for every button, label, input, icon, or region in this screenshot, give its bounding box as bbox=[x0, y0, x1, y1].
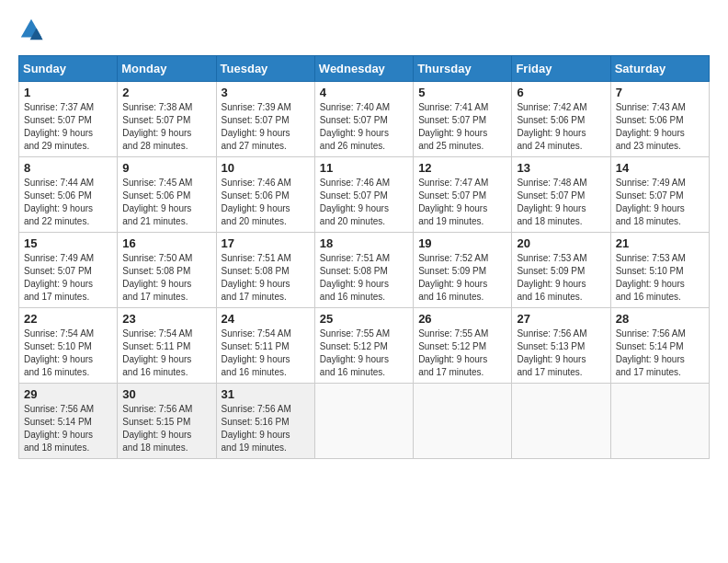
day-number: 5 bbox=[418, 86, 506, 99]
weekday-header-wednesday: Wednesday bbox=[314, 56, 413, 82]
day-number: 4 bbox=[320, 86, 408, 99]
header bbox=[18, 17, 710, 42]
week-row-5: 29Sunrise: 7:56 AM Sunset: 5:14 PM Dayli… bbox=[19, 384, 710, 459]
calendar-cell: 24Sunrise: 7:54 AM Sunset: 5:11 PM Dayli… bbox=[216, 308, 314, 384]
day-info: Sunrise: 7:56 AM Sunset: 5:14 PM Dayligh… bbox=[616, 327, 704, 379]
day-info: Sunrise: 7:56 AM Sunset: 5:13 PM Dayligh… bbox=[517, 327, 605, 379]
day-number: 29 bbox=[24, 387, 112, 401]
day-number: 23 bbox=[122, 312, 210, 326]
day-number: 31 bbox=[222, 387, 310, 401]
day-number: 8 bbox=[24, 161, 112, 175]
day-info: Sunrise: 7:38 AM Sunset: 5:07 PM Dayligh… bbox=[122, 101, 210, 153]
weekday-header-row: SundayMondayTuesdayWednesdayThursdayFrid… bbox=[19, 56, 710, 82]
day-number: 30 bbox=[122, 387, 210, 401]
day-info: Sunrise: 7:41 AM Sunset: 5:07 PM Dayligh… bbox=[418, 101, 506, 153]
day-info: Sunrise: 7:47 AM Sunset: 5:07 PM Dayligh… bbox=[418, 177, 506, 228]
calendar-cell: 5Sunrise: 7:41 AM Sunset: 5:07 PM Daylig… bbox=[414, 82, 512, 157]
day-info: Sunrise: 7:49 AM Sunset: 5:07 PM Dayligh… bbox=[24, 252, 112, 304]
calendar-cell: 29Sunrise: 7:56 AM Sunset: 5:14 PM Dayli… bbox=[19, 384, 118, 459]
day-info: Sunrise: 7:54 AM Sunset: 5:10 PM Dayligh… bbox=[24, 327, 112, 379]
day-info: Sunrise: 7:55 AM Sunset: 5:12 PM Dayligh… bbox=[418, 327, 506, 379]
weekday-header-tuesday: Tuesday bbox=[216, 56, 314, 82]
day-info: Sunrise: 7:44 AM Sunset: 5:06 PM Dayligh… bbox=[24, 177, 112, 228]
day-number: 20 bbox=[517, 236, 605, 250]
day-info: Sunrise: 7:56 AM Sunset: 5:16 PM Dayligh… bbox=[222, 403, 310, 454]
week-row-4: 22Sunrise: 7:54 AM Sunset: 5:10 PM Dayli… bbox=[19, 308, 710, 384]
day-number: 9 bbox=[122, 161, 210, 175]
calendar-table: SundayMondayTuesdayWednesdayThursdayFrid… bbox=[18, 55, 710, 459]
day-info: Sunrise: 7:56 AM Sunset: 5:14 PM Dayligh… bbox=[24, 403, 112, 454]
calendar-cell: 1Sunrise: 7:37 AM Sunset: 5:07 PM Daylig… bbox=[19, 82, 118, 157]
day-number: 7 bbox=[616, 86, 704, 99]
day-info: Sunrise: 7:48 AM Sunset: 5:07 PM Dayligh… bbox=[517, 177, 605, 228]
calendar-cell: 7Sunrise: 7:43 AM Sunset: 5:06 PM Daylig… bbox=[610, 82, 709, 157]
day-number: 13 bbox=[517, 161, 605, 175]
calendar-cell: 28Sunrise: 7:56 AM Sunset: 5:14 PM Dayli… bbox=[610, 308, 709, 384]
day-number: 21 bbox=[616, 236, 704, 250]
day-info: Sunrise: 7:51 AM Sunset: 5:08 PM Dayligh… bbox=[222, 252, 310, 304]
day-number: 17 bbox=[222, 236, 310, 250]
day-number: 14 bbox=[616, 161, 704, 175]
calendar-cell: 14Sunrise: 7:49 AM Sunset: 5:07 PM Dayli… bbox=[610, 157, 709, 233]
week-row-1: 1Sunrise: 7:37 AM Sunset: 5:07 PM Daylig… bbox=[19, 82, 710, 157]
logo bbox=[18, 17, 48, 42]
weekday-header-thursday: Thursday bbox=[414, 56, 512, 82]
calendar-cell: 30Sunrise: 7:56 AM Sunset: 5:15 PM Dayli… bbox=[118, 384, 216, 459]
day-number: 11 bbox=[320, 161, 408, 175]
day-number: 25 bbox=[320, 312, 408, 326]
calendar-cell bbox=[314, 384, 413, 459]
day-number: 22 bbox=[24, 312, 112, 326]
day-info: Sunrise: 7:55 AM Sunset: 5:12 PM Dayligh… bbox=[320, 327, 408, 379]
calendar-cell: 11Sunrise: 7:46 AM Sunset: 5:07 PM Dayli… bbox=[314, 157, 413, 233]
calendar-cell: 31Sunrise: 7:56 AM Sunset: 5:16 PM Dayli… bbox=[216, 384, 314, 459]
day-info: Sunrise: 7:46 AM Sunset: 5:07 PM Dayligh… bbox=[320, 177, 408, 228]
day-number: 18 bbox=[320, 236, 408, 250]
day-number: 2 bbox=[122, 86, 210, 99]
calendar-cell bbox=[610, 384, 709, 459]
calendar-cell: 8Sunrise: 7:44 AM Sunset: 5:06 PM Daylig… bbox=[19, 157, 118, 233]
logo-icon bbox=[18, 17, 44, 42]
calendar-cell: 22Sunrise: 7:54 AM Sunset: 5:10 PM Dayli… bbox=[19, 308, 118, 384]
day-number: 24 bbox=[222, 312, 310, 326]
day-info: Sunrise: 7:53 AM Sunset: 5:09 PM Dayligh… bbox=[517, 252, 605, 304]
calendar-cell: 19Sunrise: 7:52 AM Sunset: 5:09 PM Dayli… bbox=[414, 233, 512, 308]
day-info: Sunrise: 7:39 AM Sunset: 5:07 PM Dayligh… bbox=[222, 101, 310, 153]
calendar-cell: 16Sunrise: 7:50 AM Sunset: 5:08 PM Dayli… bbox=[118, 233, 216, 308]
week-row-3: 15Sunrise: 7:49 AM Sunset: 5:07 PM Dayli… bbox=[19, 233, 710, 308]
day-info: Sunrise: 7:40 AM Sunset: 5:07 PM Dayligh… bbox=[320, 101, 408, 153]
day-number: 16 bbox=[122, 236, 210, 250]
calendar-cell: 21Sunrise: 7:53 AM Sunset: 5:10 PM Dayli… bbox=[610, 233, 709, 308]
day-number: 12 bbox=[418, 161, 506, 175]
day-info: Sunrise: 7:50 AM Sunset: 5:08 PM Dayligh… bbox=[122, 252, 210, 304]
weekday-header-monday: Monday bbox=[118, 56, 216, 82]
day-info: Sunrise: 7:52 AM Sunset: 5:09 PM Dayligh… bbox=[418, 252, 506, 304]
page: SundayMondayTuesdayWednesdayThursdayFrid… bbox=[0, 0, 728, 468]
calendar-cell: 9Sunrise: 7:45 AM Sunset: 5:06 PM Daylig… bbox=[118, 157, 216, 233]
calendar-cell bbox=[414, 384, 512, 459]
day-number: 15 bbox=[24, 236, 112, 250]
calendar-cell: 20Sunrise: 7:53 AM Sunset: 5:09 PM Dayli… bbox=[512, 233, 610, 308]
day-number: 19 bbox=[418, 236, 506, 250]
day-info: Sunrise: 7:43 AM Sunset: 5:06 PM Dayligh… bbox=[616, 101, 704, 153]
calendar-cell: 27Sunrise: 7:56 AM Sunset: 5:13 PM Dayli… bbox=[512, 308, 610, 384]
day-number: 1 bbox=[24, 86, 112, 99]
day-number: 26 bbox=[418, 312, 506, 326]
day-info: Sunrise: 7:45 AM Sunset: 5:06 PM Dayligh… bbox=[122, 177, 210, 228]
calendar-cell: 17Sunrise: 7:51 AM Sunset: 5:08 PM Dayli… bbox=[216, 233, 314, 308]
calendar-cell: 10Sunrise: 7:46 AM Sunset: 5:06 PM Dayli… bbox=[216, 157, 314, 233]
calendar-cell: 13Sunrise: 7:48 AM Sunset: 5:07 PM Dayli… bbox=[512, 157, 610, 233]
calendar-cell bbox=[512, 384, 610, 459]
day-info: Sunrise: 7:46 AM Sunset: 5:06 PM Dayligh… bbox=[222, 177, 310, 228]
day-number: 28 bbox=[616, 312, 704, 326]
week-row-2: 8Sunrise: 7:44 AM Sunset: 5:06 PM Daylig… bbox=[19, 157, 710, 233]
day-info: Sunrise: 7:37 AM Sunset: 5:07 PM Dayligh… bbox=[24, 101, 112, 153]
weekday-header-saturday: Saturday bbox=[610, 56, 709, 82]
day-number: 27 bbox=[517, 312, 605, 326]
calendar-cell: 12Sunrise: 7:47 AM Sunset: 5:07 PM Dayli… bbox=[414, 157, 512, 233]
calendar-cell: 6Sunrise: 7:42 AM Sunset: 5:06 PM Daylig… bbox=[512, 82, 610, 157]
weekday-header-friday: Friday bbox=[512, 56, 610, 82]
calendar-cell: 18Sunrise: 7:51 AM Sunset: 5:08 PM Dayli… bbox=[314, 233, 413, 308]
weekday-header-sunday: Sunday bbox=[19, 56, 118, 82]
calendar-cell: 2Sunrise: 7:38 AM Sunset: 5:07 PM Daylig… bbox=[118, 82, 216, 157]
calendar-cell: 25Sunrise: 7:55 AM Sunset: 5:12 PM Dayli… bbox=[314, 308, 413, 384]
